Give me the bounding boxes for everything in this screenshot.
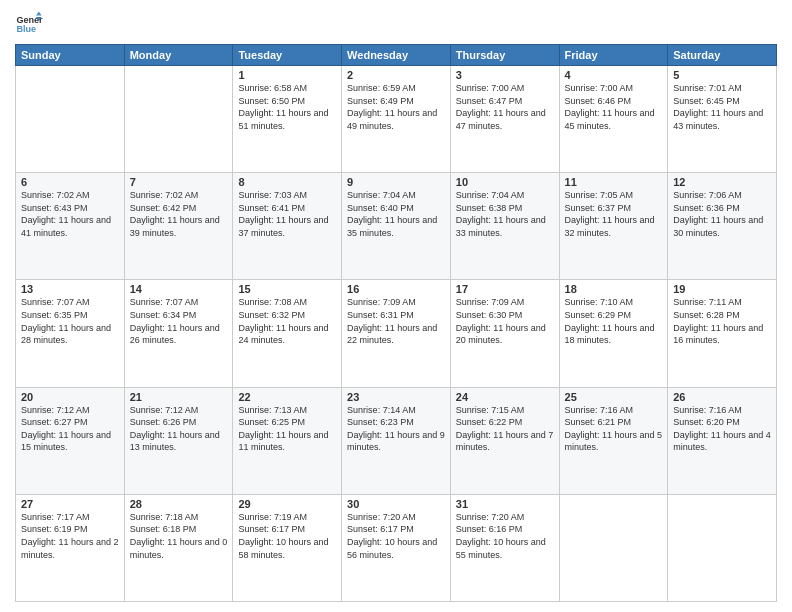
day-number: 31 — [456, 498, 554, 510]
day-number: 23 — [347, 391, 445, 403]
day-info: Sunrise: 7:04 AM Sunset: 6:38 PM Dayligh… — [456, 189, 554, 239]
calendar-cell: 15Sunrise: 7:08 AM Sunset: 6:32 PM Dayli… — [233, 280, 342, 387]
day-info: Sunrise: 7:14 AM Sunset: 6:23 PM Dayligh… — [347, 404, 445, 454]
day-info: Sunrise: 7:17 AM Sunset: 6:19 PM Dayligh… — [21, 511, 119, 561]
day-info: Sunrise: 7:01 AM Sunset: 6:45 PM Dayligh… — [673, 82, 771, 132]
calendar-cell: 14Sunrise: 7:07 AM Sunset: 6:34 PM Dayli… — [124, 280, 233, 387]
calendar-cell: 12Sunrise: 7:06 AM Sunset: 6:36 PM Dayli… — [668, 173, 777, 280]
day-number: 7 — [130, 176, 228, 188]
calendar-cell: 23Sunrise: 7:14 AM Sunset: 6:23 PM Dayli… — [342, 387, 451, 494]
calendar-page: General Blue SundayMondayTuesdayWednesda… — [0, 0, 792, 612]
day-info: Sunrise: 7:20 AM Sunset: 6:16 PM Dayligh… — [456, 511, 554, 561]
day-info: Sunrise: 7:19 AM Sunset: 6:17 PM Dayligh… — [238, 511, 336, 561]
calendar-cell: 30Sunrise: 7:20 AM Sunset: 6:17 PM Dayli… — [342, 494, 451, 601]
day-number: 28 — [130, 498, 228, 510]
calendar-cell: 19Sunrise: 7:11 AM Sunset: 6:28 PM Dayli… — [668, 280, 777, 387]
calendar-cell: 31Sunrise: 7:20 AM Sunset: 6:16 PM Dayli… — [450, 494, 559, 601]
day-number: 10 — [456, 176, 554, 188]
weekday-header-monday: Monday — [124, 45, 233, 66]
day-info: Sunrise: 7:02 AM Sunset: 6:43 PM Dayligh… — [21, 189, 119, 239]
day-info: Sunrise: 7:00 AM Sunset: 6:46 PM Dayligh… — [565, 82, 663, 132]
day-number: 12 — [673, 176, 771, 188]
calendar-cell: 6Sunrise: 7:02 AM Sunset: 6:43 PM Daylig… — [16, 173, 125, 280]
calendar-cell: 13Sunrise: 7:07 AM Sunset: 6:35 PM Dayli… — [16, 280, 125, 387]
day-info: Sunrise: 7:06 AM Sunset: 6:36 PM Dayligh… — [673, 189, 771, 239]
day-number: 1 — [238, 69, 336, 81]
day-number: 17 — [456, 283, 554, 295]
day-info: Sunrise: 7:04 AM Sunset: 6:40 PM Dayligh… — [347, 189, 445, 239]
day-info: Sunrise: 7:09 AM Sunset: 6:30 PM Dayligh… — [456, 296, 554, 346]
day-number: 16 — [347, 283, 445, 295]
calendar-cell: 4Sunrise: 7:00 AM Sunset: 6:46 PM Daylig… — [559, 66, 668, 173]
calendar-cell — [124, 66, 233, 173]
weekday-header-tuesday: Tuesday — [233, 45, 342, 66]
calendar-cell — [559, 494, 668, 601]
weekday-header-saturday: Saturday — [668, 45, 777, 66]
calendar-cell: 29Sunrise: 7:19 AM Sunset: 6:17 PM Dayli… — [233, 494, 342, 601]
day-info: Sunrise: 7:07 AM Sunset: 6:35 PM Dayligh… — [21, 296, 119, 346]
day-info: Sunrise: 7:09 AM Sunset: 6:31 PM Dayligh… — [347, 296, 445, 346]
day-number: 5 — [673, 69, 771, 81]
day-info: Sunrise: 6:58 AM Sunset: 6:50 PM Dayligh… — [238, 82, 336, 132]
day-info: Sunrise: 7:02 AM Sunset: 6:42 PM Dayligh… — [130, 189, 228, 239]
weekday-header-wednesday: Wednesday — [342, 45, 451, 66]
day-info: Sunrise: 7:05 AM Sunset: 6:37 PM Dayligh… — [565, 189, 663, 239]
day-number: 25 — [565, 391, 663, 403]
logo: General Blue — [15, 10, 43, 38]
day-number: 21 — [130, 391, 228, 403]
day-number: 30 — [347, 498, 445, 510]
calendar-week-row: 1Sunrise: 6:58 AM Sunset: 6:50 PM Daylig… — [16, 66, 777, 173]
day-number: 11 — [565, 176, 663, 188]
calendar-cell: 8Sunrise: 7:03 AM Sunset: 6:41 PM Daylig… — [233, 173, 342, 280]
calendar-week-row: 27Sunrise: 7:17 AM Sunset: 6:19 PM Dayli… — [16, 494, 777, 601]
calendar-cell: 10Sunrise: 7:04 AM Sunset: 6:38 PM Dayli… — [450, 173, 559, 280]
day-info: Sunrise: 7:16 AM Sunset: 6:21 PM Dayligh… — [565, 404, 663, 454]
calendar-cell: 3Sunrise: 7:00 AM Sunset: 6:47 PM Daylig… — [450, 66, 559, 173]
day-info: Sunrise: 7:13 AM Sunset: 6:25 PM Dayligh… — [238, 404, 336, 454]
calendar-body: 1Sunrise: 6:58 AM Sunset: 6:50 PM Daylig… — [16, 66, 777, 602]
day-number: 4 — [565, 69, 663, 81]
calendar-cell: 28Sunrise: 7:18 AM Sunset: 6:18 PM Dayli… — [124, 494, 233, 601]
calendar-cell: 18Sunrise: 7:10 AM Sunset: 6:29 PM Dayli… — [559, 280, 668, 387]
day-info: Sunrise: 6:59 AM Sunset: 6:49 PM Dayligh… — [347, 82, 445, 132]
calendar-cell: 26Sunrise: 7:16 AM Sunset: 6:20 PM Dayli… — [668, 387, 777, 494]
calendar-cell: 17Sunrise: 7:09 AM Sunset: 6:30 PM Dayli… — [450, 280, 559, 387]
calendar-week-row: 6Sunrise: 7:02 AM Sunset: 6:43 PM Daylig… — [16, 173, 777, 280]
weekday-header-sunday: Sunday — [16, 45, 125, 66]
calendar-cell: 21Sunrise: 7:12 AM Sunset: 6:26 PM Dayli… — [124, 387, 233, 494]
day-info: Sunrise: 7:20 AM Sunset: 6:17 PM Dayligh… — [347, 511, 445, 561]
calendar-table: SundayMondayTuesdayWednesdayThursdayFrid… — [15, 44, 777, 602]
weekday-header-thursday: Thursday — [450, 45, 559, 66]
calendar-cell: 2Sunrise: 6:59 AM Sunset: 6:49 PM Daylig… — [342, 66, 451, 173]
day-number: 19 — [673, 283, 771, 295]
day-info: Sunrise: 7:07 AM Sunset: 6:34 PM Dayligh… — [130, 296, 228, 346]
day-info: Sunrise: 7:10 AM Sunset: 6:29 PM Dayligh… — [565, 296, 663, 346]
day-number: 14 — [130, 283, 228, 295]
day-info: Sunrise: 7:16 AM Sunset: 6:20 PM Dayligh… — [673, 404, 771, 454]
calendar-cell: 11Sunrise: 7:05 AM Sunset: 6:37 PM Dayli… — [559, 173, 668, 280]
day-info: Sunrise: 7:18 AM Sunset: 6:18 PM Dayligh… — [130, 511, 228, 561]
day-number: 2 — [347, 69, 445, 81]
logo-icon: General Blue — [15, 10, 43, 38]
day-number: 6 — [21, 176, 119, 188]
calendar-cell: 7Sunrise: 7:02 AM Sunset: 6:42 PM Daylig… — [124, 173, 233, 280]
day-number: 26 — [673, 391, 771, 403]
calendar-week-row: 13Sunrise: 7:07 AM Sunset: 6:35 PM Dayli… — [16, 280, 777, 387]
calendar-cell: 27Sunrise: 7:17 AM Sunset: 6:19 PM Dayli… — [16, 494, 125, 601]
day-number: 29 — [238, 498, 336, 510]
day-info: Sunrise: 7:15 AM Sunset: 6:22 PM Dayligh… — [456, 404, 554, 454]
day-number: 24 — [456, 391, 554, 403]
day-number: 27 — [21, 498, 119, 510]
day-info: Sunrise: 7:03 AM Sunset: 6:41 PM Dayligh… — [238, 189, 336, 239]
calendar-cell: 22Sunrise: 7:13 AM Sunset: 6:25 PM Dayli… — [233, 387, 342, 494]
day-number: 9 — [347, 176, 445, 188]
day-number: 15 — [238, 283, 336, 295]
calendar-cell: 5Sunrise: 7:01 AM Sunset: 6:45 PM Daylig… — [668, 66, 777, 173]
weekday-header-row: SundayMondayTuesdayWednesdayThursdayFrid… — [16, 45, 777, 66]
day-info: Sunrise: 7:11 AM Sunset: 6:28 PM Dayligh… — [673, 296, 771, 346]
day-number: 8 — [238, 176, 336, 188]
day-number: 20 — [21, 391, 119, 403]
calendar-week-row: 20Sunrise: 7:12 AM Sunset: 6:27 PM Dayli… — [16, 387, 777, 494]
day-info: Sunrise: 7:12 AM Sunset: 6:27 PM Dayligh… — [21, 404, 119, 454]
calendar-cell — [668, 494, 777, 601]
